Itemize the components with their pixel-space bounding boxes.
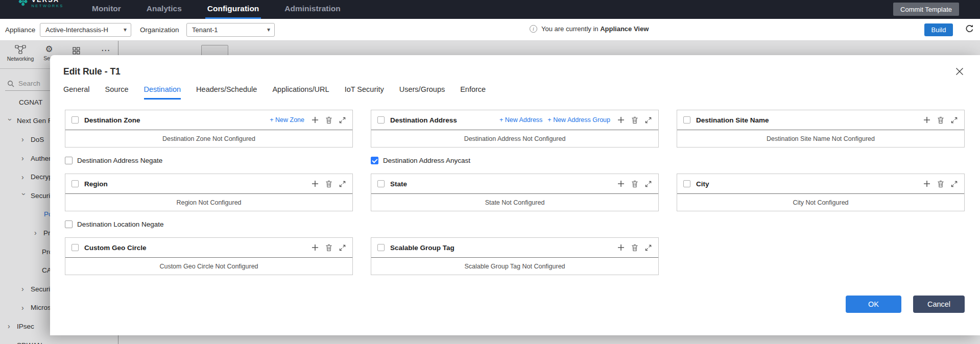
- context-note: i You are currently in Appliance View: [530, 25, 649, 33]
- custom-geo-circle-select-checkbox[interactable]: [71, 244, 79, 251]
- ok-button[interactable]: OK: [846, 296, 901, 313]
- build-button[interactable]: Build: [924, 23, 953, 36]
- panel-title: State: [390, 180, 407, 188]
- scalable-group-tag-select-checkbox[interactable]: [377, 244, 385, 251]
- checkbox-destination-address-anycast[interactable]: Destination Address Anycast: [371, 157, 659, 164]
- checkbox-unchecked[interactable]: [65, 157, 73, 164]
- panel-destination-address: Destination Address + New Address + New …: [371, 110, 659, 148]
- panel-title: Destination Address: [390, 116, 457, 124]
- scalable-group-tag-empty-text: Scalable Group Tag Not Configured: [371, 258, 658, 275]
- tab-enforce[interactable]: Enforce: [460, 85, 486, 100]
- region-empty-text: Region Not Configured: [65, 194, 352, 211]
- delete-icon[interactable]: [937, 180, 944, 188]
- checkbox-unchecked[interactable]: [65, 220, 73, 228]
- panel-title: Custom Geo Circle: [84, 244, 147, 252]
- destination-zone-empty-text: Destination Zone Not Configured: [65, 130, 352, 147]
- versa-logo: ✤ VERSA NETWORKS: [18, 0, 64, 8]
- add-icon[interactable]: [923, 180, 930, 187]
- appliance-select[interactable]: Active-Interchassis-H: [40, 23, 131, 37]
- new-zone-link[interactable]: + New Zone: [270, 116, 304, 124]
- expand-icon[interactable]: [645, 181, 652, 187]
- info-icon: i: [530, 25, 537, 33]
- region-select-checkbox[interactable]: [71, 180, 79, 187]
- city-empty-text: City Not Configured: [677, 194, 964, 211]
- add-icon[interactable]: [923, 116, 930, 124]
- delete-icon[interactable]: [325, 180, 332, 188]
- tab-users-groups[interactable]: Users/Groups: [399, 85, 445, 100]
- nav-analytics[interactable]: Analytics: [145, 0, 184, 19]
- destination-site-name-empty-text: Destination Site Name Not Configured: [677, 130, 964, 147]
- dialog-tabs: General Source Destination Headers/Sched…: [50, 85, 980, 100]
- expand-icon[interactable]: [951, 117, 958, 124]
- top-nav-bar: ✤ VERSA NETWORKS Monitor Analytics Confi…: [0, 0, 980, 19]
- state-select-checkbox[interactable]: [377, 180, 385, 187]
- new-address-group-link[interactable]: + New Address Group: [547, 116, 610, 124]
- appliance-label: Appliance: [5, 26, 35, 34]
- context-note-view: Appliance View: [600, 25, 649, 33]
- state-empty-text: State Not Configured: [371, 194, 658, 211]
- nav-administration[interactable]: Administration: [282, 0, 342, 19]
- city-select-checkbox[interactable]: [683, 180, 690, 187]
- appliance-select-value: Active-Interchassis-H: [45, 26, 108, 34]
- close-icon[interactable]: [954, 66, 965, 77]
- edit-rule-dialog: Edit Rule - T1 General Source Destinatio…: [50, 55, 980, 335]
- add-icon[interactable]: [312, 244, 319, 251]
- cancel-button[interactable]: Cancel: [913, 296, 965, 313]
- panel-title: Destination Site Name: [696, 116, 769, 124]
- panel-title: Scalable Group Tag: [390, 244, 455, 252]
- delete-icon[interactable]: [325, 244, 332, 252]
- expand-icon[interactable]: [339, 181, 346, 187]
- add-icon[interactable]: [312, 180, 319, 187]
- panel-destination-site-name: Destination Site Name Destination Site N…: [677, 110, 965, 148]
- add-icon[interactable]: [617, 116, 625, 124]
- delete-icon[interactable]: [325, 116, 332, 124]
- tab-applications-url[interactable]: Applications/URL: [272, 85, 329, 100]
- brand-clover-icon: ✤: [18, 0, 28, 8]
- checkbox-destination-address-negate[interactable]: Destination Address Negate: [65, 157, 353, 164]
- custom-geo-circle-empty-text: Custom Geo Circle Not Configured: [65, 258, 352, 275]
- expand-icon[interactable]: [645, 244, 652, 251]
- checkbox-checked[interactable]: [371, 157, 378, 164]
- brand-name: VERSA: [31, 0, 63, 3]
- delete-icon[interactable]: [631, 180, 638, 188]
- brand-subname: NETWORKS: [31, 4, 63, 8]
- context-toolbar: Appliance Active-Interchassis-H Organiza…: [0, 19, 980, 41]
- new-address-link[interactable]: + New Address: [499, 116, 542, 124]
- checkbox-destination-location-negate[interactable]: Destination Location Negate: [65, 220, 353, 228]
- panel-state: State State Not Configured: [371, 174, 659, 211]
- expand-icon[interactable]: [645, 117, 652, 124]
- tab-headers-schedule[interactable]: Headers/Schedule: [196, 85, 257, 100]
- organization-select-value: Tenant-1: [192, 26, 218, 34]
- delete-icon[interactable]: [631, 244, 638, 252]
- add-icon[interactable]: [617, 180, 625, 187]
- panel-custom-geo-circle: Custom Geo Circle Custom Geo Circle Not …: [65, 237, 353, 275]
- tab-iot-security[interactable]: IoT Security: [345, 85, 384, 100]
- expand-icon[interactable]: [339, 244, 346, 251]
- panel-scalable-group-tag: Scalable Group Tag Scalable Group Tag No…: [371, 237, 659, 275]
- panel-destination-zone: Destination Zone + New Zone Destination …: [65, 110, 353, 148]
- tab-source[interactable]: Source: [105, 85, 129, 100]
- commit-template-button[interactable]: Commit Template: [893, 3, 959, 16]
- organization-select[interactable]: Tenant-1: [186, 23, 275, 37]
- add-icon[interactable]: [617, 244, 625, 251]
- checkbox-label: Destination Address Anycast: [383, 157, 470, 164]
- checkbox-label: Destination Address Negate: [77, 157, 162, 164]
- nav-configuration[interactable]: Configuration: [205, 0, 261, 19]
- destination-site-name-select-checkbox[interactable]: [683, 116, 690, 124]
- panel-city: City City Not Configured: [677, 174, 965, 211]
- dialog-title: Edit Rule - T1: [63, 66, 121, 77]
- expand-icon[interactable]: [339, 117, 346, 124]
- delete-icon[interactable]: [631, 116, 638, 124]
- panel-region: Region Region Not Configured: [65, 174, 353, 211]
- destination-address-select-checkbox[interactable]: [377, 116, 385, 124]
- main-nav: Monitor Analytics Configuration Administ…: [90, 0, 364, 19]
- tab-destination[interactable]: Destination: [144, 85, 181, 100]
- destination-zone-select-checkbox[interactable]: [71, 116, 79, 124]
- delete-icon[interactable]: [937, 116, 944, 124]
- panel-title: Region: [84, 180, 108, 188]
- tab-general[interactable]: General: [63, 85, 90, 100]
- add-icon[interactable]: [312, 116, 319, 124]
- expand-icon[interactable]: [951, 181, 958, 187]
- refresh-icon[interactable]: [965, 24, 974, 34]
- nav-monitor[interactable]: Monitor: [90, 0, 123, 19]
